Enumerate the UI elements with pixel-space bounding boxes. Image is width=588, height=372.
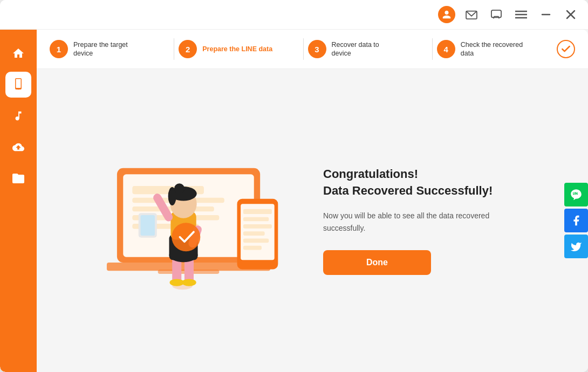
menu-icon[interactable] — [512, 6, 530, 23]
chat-icon[interactable] — [488, 6, 505, 23]
sidebar-item-home[interactable] — [5, 40, 31, 66]
svg-rect-9 — [16, 79, 21, 88]
step-4: 4 Check the recovereddata — [437, 40, 557, 58]
sidebar-item-backup[interactable] — [5, 134, 31, 160]
sidebar — [0, 30, 37, 372]
title-bar-icons — [438, 6, 579, 23]
svg-rect-23 — [243, 217, 269, 222]
twitter-social-button[interactable] — [564, 235, 588, 258]
step-3: 3 Recover data todevice — [308, 40, 428, 58]
line-social-button[interactable] — [564, 183, 588, 206]
done-button[interactable]: Done — [323, 250, 431, 275]
success-illustration — [97, 137, 291, 303]
mail-icon[interactable] — [463, 6, 480, 23]
congrats-description: Now you will be able to see all the data… — [323, 210, 528, 234]
svg-rect-22 — [243, 209, 272, 214]
main-content: Congratulations! Data Recovered Successf… — [37, 69, 588, 372]
step-2: 2 Prepare the LINE data — [179, 40, 298, 58]
title-bar — [0, 0, 588, 30]
svg-rect-26 — [243, 239, 269, 243]
profile-icon[interactable] — [438, 6, 455, 23]
step-1: 1 Prepare the targetdevice — [50, 40, 169, 58]
step-2-label: Prepare the LINE data — [202, 45, 272, 53]
close-icon[interactable] — [562, 6, 579, 23]
app-window: 1 Prepare the targetdevice 2 Prepare the… — [0, 0, 588, 372]
minimize-icon[interactable] — [537, 6, 555, 23]
step-3-label: Recover data todevice — [332, 40, 379, 58]
step-1-number: 1 — [50, 40, 68, 58]
svg-rect-27 — [243, 246, 262, 250]
step-complete-check — [557, 40, 575, 58]
step-1-label: Prepare the targetdevice — [73, 40, 128, 58]
content-area: 1 Prepare the targetdevice 2 Prepare the… — [37, 30, 588, 372]
sidebar-item-folder[interactable] — [5, 166, 31, 191]
congrats-title: Congratulations! Data Recovered Successf… — [323, 166, 528, 199]
facebook-social-button[interactable] — [564, 209, 588, 232]
svg-point-32 — [182, 279, 196, 286]
sidebar-item-device[interactable] — [5, 72, 31, 98]
step-3-number: 3 — [308, 40, 326, 58]
main-layout: 1 Prepare the targetdevice 2 Prepare the… — [0, 30, 588, 372]
svg-point-10 — [18, 88, 19, 89]
step-4-number: 4 — [437, 40, 455, 58]
sidebar-item-music[interactable] — [5, 103, 31, 129]
step-2-number: 2 — [179, 40, 197, 58]
content-wrapper: Congratulations! Data Recovered Successf… — [97, 137, 528, 303]
step-divider-2 — [303, 38, 304, 60]
step-divider-3 — [432, 38, 433, 60]
svg-rect-24 — [243, 224, 272, 229]
step-divider-1 — [174, 38, 174, 60]
right-content: Congratulations! Data Recovered Successf… — [323, 166, 528, 275]
svg-point-44 — [172, 223, 200, 252]
svg-rect-25 — [243, 232, 265, 236]
svg-point-43 — [174, 184, 184, 194]
step-4-label: Check the recovereddata — [461, 40, 523, 58]
svg-rect-39 — [140, 215, 155, 236]
social-buttons — [564, 183, 588, 258]
svg-point-31 — [169, 279, 184, 286]
steps-bar: 1 Prepare the targetdevice 2 Prepare the… — [37, 30, 588, 69]
